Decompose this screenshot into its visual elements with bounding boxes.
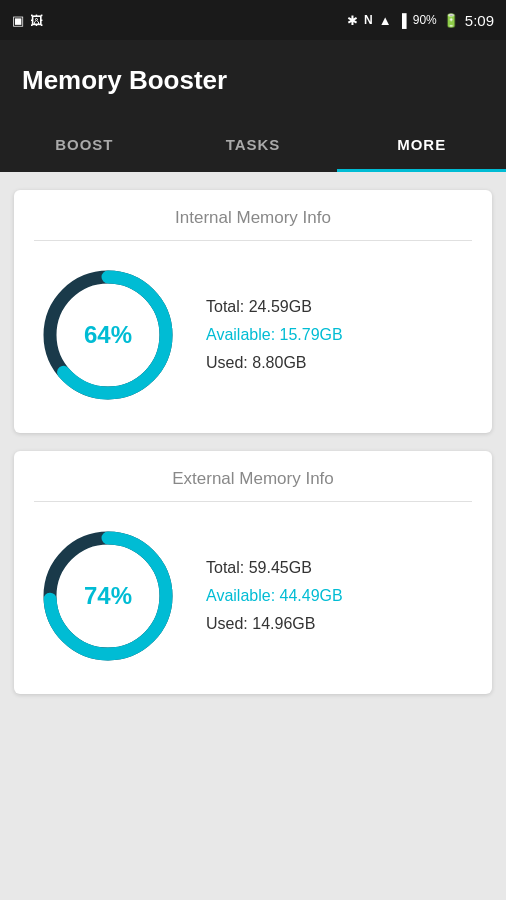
internal-total: Total: 24.59GB <box>206 298 343 316</box>
n-icon: N <box>364 13 373 27</box>
tab-bar: BOOST TASKS MORE <box>0 120 506 172</box>
external-memory-card: External Memory Info 74% Total: 59.45GB … <box>14 451 492 694</box>
image-icon: 🖼 <box>30 13 43 28</box>
internal-memory-body: 64% Total: 24.59GB Available: 15.79GB Us… <box>34 261 472 409</box>
wifi-icon: ▲ <box>379 13 392 28</box>
app-header: Memory Booster <box>0 40 506 120</box>
internal-memory-title: Internal Memory Info <box>34 208 472 228</box>
external-memory-info: Total: 59.45GB Available: 44.49GB Used: … <box>206 559 343 633</box>
battery-icon: 🔋 <box>443 13 459 28</box>
internal-memory-card: Internal Memory Info 64% Total: 24.59GB … <box>14 190 492 433</box>
internal-available: Available: 15.79GB <box>206 326 343 344</box>
external-memory-body: 74% Total: 59.45GB Available: 44.49GB Us… <box>34 522 472 670</box>
app-title: Memory Booster <box>22 65 227 96</box>
sim-icon: ▣ <box>12 13 24 28</box>
signal-icon: ▐ <box>398 13 407 28</box>
external-used: Used: 14.96GB <box>206 615 343 633</box>
status-bar-left: ▣ 🖼 <box>12 13 43 28</box>
internal-used: Used: 8.80GB <box>206 354 343 372</box>
content-area: Internal Memory Info 64% Total: 24.59GB … <box>0 172 506 712</box>
status-time: 5:09 <box>465 12 494 29</box>
external-percent-label: 74% <box>84 582 132 610</box>
external-total: Total: 59.45GB <box>206 559 343 577</box>
internal-divider <box>34 240 472 241</box>
tab-tasks[interactable]: TASKS <box>169 120 338 172</box>
external-memory-title: External Memory Info <box>34 469 472 489</box>
external-available: Available: 44.49GB <box>206 587 343 605</box>
internal-memory-info: Total: 24.59GB Available: 15.79GB Used: … <box>206 298 343 372</box>
external-donut-chart: 74% <box>34 522 182 670</box>
battery-percent: 90% <box>413 13 437 27</box>
tab-boost[interactable]: BOOST <box>0 120 169 172</box>
status-bar: ▣ 🖼 ✱ N ▲ ▐ 90% 🔋 5:09 <box>0 0 506 40</box>
internal-donut-chart: 64% <box>34 261 182 409</box>
internal-percent-label: 64% <box>84 321 132 349</box>
bluetooth-icon: ✱ <box>347 13 358 28</box>
tab-more[interactable]: MORE <box>337 120 506 172</box>
external-divider <box>34 501 472 502</box>
